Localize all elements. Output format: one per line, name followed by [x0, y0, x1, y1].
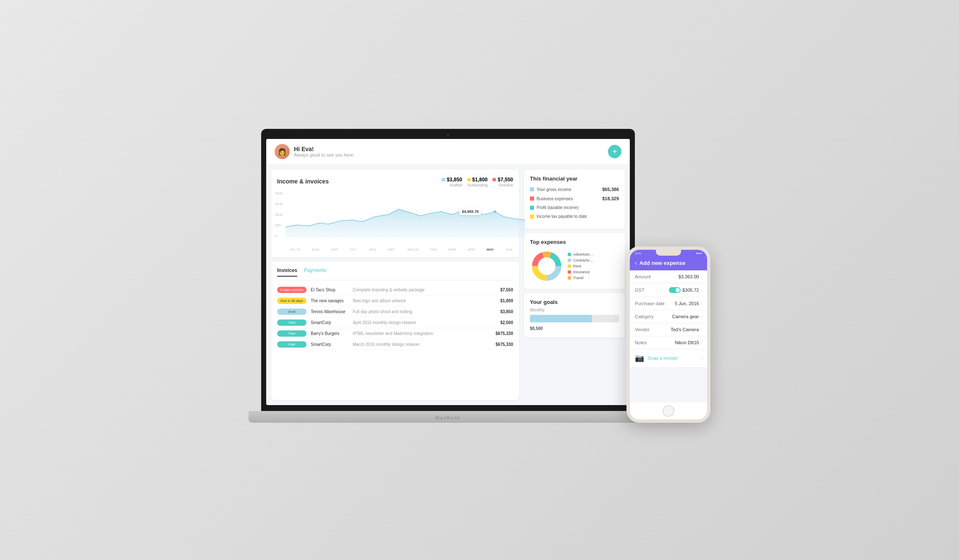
scene: 👩 Hi Eva! Always good to see you here. +: [249, 129, 710, 431]
financial-year-title: This financial year: [530, 175, 619, 182]
legend-item-rent: Rent: [568, 264, 594, 268]
axis-aug: AUG: [312, 248, 319, 251]
fy-row: Business expenses $18,329: [530, 196, 619, 201]
invoices-card: Invoices Payments 8 days overdue El Taco…: [271, 262, 519, 400]
top-expenses-title: Top expenses: [530, 239, 619, 245]
badge-paid: Paid: [277, 319, 307, 326]
add-button[interactable]: +: [608, 145, 621, 158]
dot-contractors: [568, 259, 571, 262]
phone-row-gst[interactable]: GST $305.72 ›: [630, 283, 707, 297]
expense-legend: Advertisin… Contracto… Ren: [568, 252, 594, 280]
chart-card: Income & invoices $3,850 Drafted $1,800: [271, 170, 519, 257]
overdue-label: Overdue: [498, 183, 513, 187]
chart-tooltip: $4,955.75: [459, 208, 481, 215]
invoice-desc: Complete branding & website package: [353, 288, 496, 292]
svg-point-6: [541, 260, 553, 272]
amount-chevron: ›: [701, 275, 702, 279]
label-advertising: Advertisin…: [573, 252, 594, 256]
dot-travel: [568, 276, 571, 280]
dot-advertising: [568, 253, 571, 256]
y-label-15k: $15k: [275, 202, 283, 206]
home-button[interactable]: [663, 405, 674, 417]
donut-chart: [530, 249, 563, 283]
financial-year-card: This financial year Your gross income $6…: [524, 170, 625, 229]
fy-left: Income tax payable to date: [530, 214, 587, 219]
expenses-body: Advertisin… Contracto… Ren: [530, 249, 619, 283]
label-rent: Rent: [573, 264, 581, 268]
snap-chevron: ›: [701, 356, 702, 361]
drafted-label: Drafted: [450, 183, 462, 187]
fy-left: Profit (taxable income): [530, 205, 579, 210]
notes-text: Nikon D810: [675, 340, 699, 345]
badge-paid: Paid: [277, 341, 307, 348]
table-row: Paid SmartCorp April 2016 monthly design…: [277, 317, 513, 328]
top-expenses-card: Top expenses: [524, 233, 625, 289]
axis-mar: MAR: [448, 248, 456, 251]
right-panel: This financial year Your gross income $6…: [524, 170, 625, 400]
fy-left: Your gross income: [530, 187, 571, 192]
invoice-desc: March 2016 monthly design retainer: [353, 342, 491, 347]
macbook-camera: [447, 134, 449, 136]
goals-card: Your goals Monthly $8,500: [524, 293, 625, 338]
badge-paid: Paid: [277, 330, 307, 337]
goals-period: Monthly: [530, 308, 619, 312]
date-text: 5 Jun, 2016: [675, 301, 699, 306]
dot-rent: [568, 264, 571, 268]
chart-y-labels: $20k $15k $10k $5k 0: [275, 191, 283, 238]
phone-row-vendor[interactable]: Vendor Ted's Camera ›: [630, 323, 707, 336]
goals-title: Your goals: [530, 299, 619, 305]
fy-dot-tax: [530, 215, 534, 219]
axis-nov: NOV: [369, 248, 376, 251]
tab-payments[interactable]: Payments: [304, 267, 326, 277]
fy-label-income: Your gross income: [537, 187, 571, 192]
gst-toggle[interactable]: [669, 287, 681, 293]
tooltip-value: $4,955.75: [462, 209, 479, 214]
axis-jul: JUL 15: [290, 248, 300, 251]
amount-text: $3,363.00: [679, 274, 699, 279]
phone-row-notes[interactable]: Notes Nikon D810 ›: [630, 336, 707, 349]
goals-bar-container: [530, 315, 619, 322]
category-value: Camera gear ›: [672, 314, 702, 319]
phone-snap-row[interactable]: 📷 Snap a receipt ›: [630, 349, 707, 367]
y-label-5k: $5k: [275, 223, 283, 227]
overdue-amount: $7,550: [498, 177, 513, 183]
macbook-screen: 👩 Hi Eva! Always good to see you here. +: [266, 139, 630, 405]
fy-row: Profit (taxable income): [530, 205, 619, 210]
tab-invoices[interactable]: Invoices: [277, 267, 297, 277]
phone-row-date[interactable]: Purchase date 5 Jun, 2016 ›: [630, 297, 707, 310]
left-panel: Income & invoices $3,850 Drafted $1,800: [271, 170, 519, 400]
amount-label: Amount: [635, 274, 651, 279]
category-chevron: ›: [701, 314, 702, 319]
chart-legend: $3,850 Drafted $1,800 Outstanding: [442, 175, 513, 187]
fy-row: Your gross income $65,386: [530, 187, 619, 192]
vendor-text: Ted's Camera: [671, 327, 699, 332]
badge-due: Due in 28 days: [277, 298, 307, 304]
axis-oct: OCT: [350, 248, 357, 251]
axis-jun: JUN: [506, 248, 512, 251]
invoice-client: Barry's Burgers: [311, 331, 348, 336]
drafted-amount: $3,850: [447, 177, 462, 183]
invoice-amount: $2,500: [500, 320, 513, 325]
invoice-list: 8 days overdue El Taco Shop Complete bra…: [277, 285, 513, 350]
app-content: 👩 Hi Eva! Always good to see you here. +: [266, 139, 630, 405]
y-label-0: 0: [275, 234, 283, 238]
status-time: 9:41: [635, 251, 642, 255]
phone-row-amount[interactable]: Amount $3,363.00 ›: [630, 270, 707, 283]
header-greeting: Hi Eva! Always good to see you here.: [294, 146, 354, 157]
chart-axis-labels: JUL 15 AUG SEP OCT NOV DEC JAN 16 FEB MA…: [289, 248, 513, 251]
fy-amount-expenses: $18,329: [602, 196, 619, 201]
axis-dec: DEC: [388, 248, 395, 251]
phone-row-category[interactable]: Category Camera gear ›: [630, 310, 707, 323]
donut-svg: [530, 249, 563, 283]
table-row: 8 days overdue El Taco Shop Complete bra…: [277, 285, 513, 296]
vendor-chevron: ›: [701, 327, 702, 332]
date-chevron: ›: [701, 301, 702, 306]
phone-header: ‹ Add new expense: [630, 255, 707, 270]
badge-overdue: 8 days overdue: [277, 287, 307, 293]
camera-icon: 📷: [635, 353, 644, 363]
fy-label-expenses: Business expenses: [537, 196, 573, 201]
invoice-amount: $1,800: [500, 298, 513, 303]
back-button[interactable]: ‹: [635, 259, 637, 266]
gst-label: GST: [635, 288, 645, 293]
category-text: Camera gear: [672, 314, 699, 319]
